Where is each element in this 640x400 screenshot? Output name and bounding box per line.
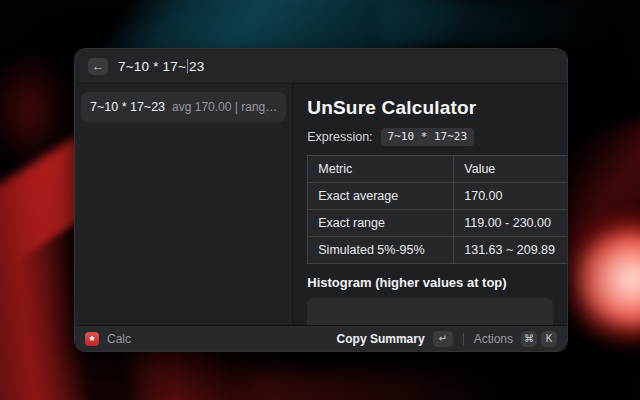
- app-name: Calc: [107, 332, 131, 346]
- copy-summary-button[interactable]: Copy Summary: [337, 332, 425, 346]
- table-row: Simulated 5%-95% 131.63 ~ 209.89: [308, 237, 567, 264]
- metric-value: 170.00: [454, 183, 567, 210]
- metric-value: 131.63 ~ 209.89: [454, 237, 567, 264]
- text-caret: [187, 59, 188, 73]
- metric-name: Simulated 5%-95%: [308, 237, 454, 264]
- actions-button[interactable]: Actions: [474, 332, 513, 346]
- histogram-heading: Histogram (higher values at top): [307, 275, 553, 290]
- expression-row: Expression: 7~10 * 17~23: [307, 128, 553, 146]
- search-input[interactable]: 7~10 * 17~ 23: [118, 59, 205, 74]
- calc-app-icon: *: [85, 332, 99, 346]
- back-arrow-icon: ←: [92, 60, 104, 72]
- table-row: Exact range 119.00 - 230.00: [308, 210, 567, 237]
- wallpaper-red-bottom: [170, 368, 500, 400]
- actions-shortcut: ⌘ K: [521, 331, 557, 347]
- return-key-icon: ↵: [438, 333, 446, 344]
- page-title: UnSure Calculator: [307, 97, 553, 119]
- column-header-metric: Metric: [308, 156, 454, 183]
- table-header-row: Metric Value: [308, 156, 567, 183]
- list-item-title: 7~10 * 17~23: [90, 100, 165, 114]
- expression-value-chip: 7~10 * 17~23: [381, 128, 474, 146]
- histogram-block: 258.77 | 250.29 | 241.80 |: [307, 298, 553, 325]
- list-item-selected[interactable]: 7~10 * 17~23 avg 170.00 | rang…: [81, 92, 286, 122]
- metric-value: 119.00 - 230.00: [454, 210, 567, 237]
- expression-label: Expression:: [307, 130, 372, 144]
- query-text-before-caret: 7~10 * 17~: [118, 59, 186, 74]
- column-header-value: Value: [454, 156, 567, 183]
- search-bar: ← 7~10 * 17~ 23: [75, 49, 567, 84]
- k-key-badge: K: [541, 331, 557, 347]
- back-button[interactable]: ←: [88, 58, 108, 75]
- list-item-subtitle: avg 170.00 | rang…: [172, 100, 277, 114]
- action-bar: * Calc Copy Summary ↵ Actions ⌘ K: [75, 325, 567, 351]
- cmd-key-badge: ⌘: [521, 331, 537, 347]
- metric-name: Exact average: [308, 183, 454, 210]
- launcher-window: ← 7~10 * 17~ 23 7~10 * 17~23 avg 170.00 …: [74, 48, 568, 352]
- query-text-after-caret: 23: [189, 59, 204, 74]
- wallpaper-teal-tail: [380, 0, 640, 45]
- enter-key-badge: ↵: [433, 331, 453, 347]
- detail-panel: UnSure Calculator Expression: 7~10 * 17~…: [293, 84, 567, 325]
- divider: [463, 333, 464, 345]
- main-area: 7~10 * 17~23 avg 170.00 | rang… UnSure C…: [75, 84, 567, 325]
- result-list: 7~10 * 17~23 avg 170.00 | rang…: [75, 84, 293, 325]
- table-row: Exact average 170.00: [308, 183, 567, 210]
- metric-name: Exact range: [308, 210, 454, 237]
- metrics-table: Metric Value Exact average 170.00 Exact …: [307, 155, 567, 264]
